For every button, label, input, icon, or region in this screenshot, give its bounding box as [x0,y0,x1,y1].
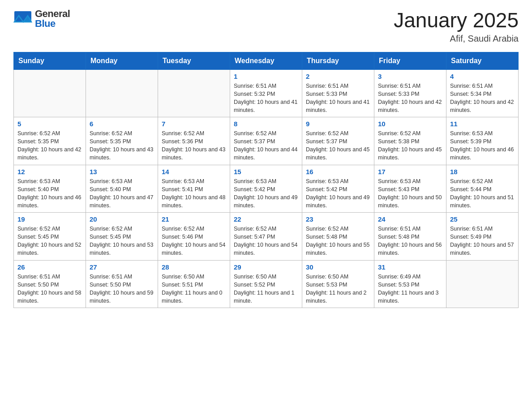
calendar-cell-w1-d7: 4Sunrise: 6:51 AMSunset: 5:34 PMDaylight… [446,69,519,117]
day-number: 3 [378,73,442,80]
day-number: 25 [450,215,515,223]
col-tuesday: Tuesday [158,52,230,69]
day-info: Sunrise: 6:52 AMSunset: 5:48 PMDaylight:… [306,225,370,257]
day-number: 30 [306,263,370,271]
calendar-cell-w2-d1: 5Sunrise: 6:52 AMSunset: 5:35 PMDaylight… [14,117,86,165]
calendar-cell-w4-d3: 21Sunrise: 6:52 AMSunset: 5:46 PMDayligh… [158,213,230,261]
calendar-cell-w4-d7: 25Sunrise: 6:51 AMSunset: 5:49 PMDayligh… [446,213,519,261]
calendar-cell-w1-d2 [86,69,158,117]
calendar-cell-w4-d4: 22Sunrise: 6:52 AMSunset: 5:47 PMDayligh… [230,213,302,261]
day-info: Sunrise: 6:53 AMSunset: 5:41 PMDaylight:… [162,177,226,210]
day-number: 24 [378,215,442,223]
day-info: Sunrise: 6:50 AMSunset: 5:51 PMDaylight:… [162,273,226,305]
calendar-cell-w3-d6: 17Sunrise: 6:53 AMSunset: 5:43 PMDayligh… [374,165,446,213]
col-monday: Monday [86,52,158,69]
day-info: Sunrise: 6:52 AMSunset: 5:47 PMDaylight:… [234,225,298,257]
calendar-week-5: 26Sunrise: 6:51 AMSunset: 5:50 PMDayligh… [14,260,519,308]
day-number: 13 [90,168,154,176]
day-number: 10 [378,120,442,128]
calendar-cell-w5-d1: 26Sunrise: 6:51 AMSunset: 5:50 PMDayligh… [14,260,86,308]
day-info: Sunrise: 6:53 AMSunset: 5:40 PMDaylight:… [90,177,154,210]
logo-text: General Blue [35,9,70,29]
calendar-week-4: 19Sunrise: 6:52 AMSunset: 5:45 PMDayligh… [14,213,519,261]
calendar-week-2: 5Sunrise: 6:52 AMSunset: 5:35 PMDaylight… [14,117,519,165]
day-number: 8 [234,120,298,128]
day-number: 6 [90,120,154,128]
calendar-cell-w5-d5: 30Sunrise: 6:50 AMSunset: 5:53 PMDayligh… [302,260,374,308]
day-number: 17 [378,168,442,176]
day-info: Sunrise: 6:51 AMSunset: 5:48 PMDaylight:… [378,225,442,257]
calendar-cell-w3-d3: 14Sunrise: 6:53 AMSunset: 5:41 PMDayligh… [158,165,230,213]
calendar-cell-w5-d7 [446,260,519,308]
day-number: 26 [17,263,82,271]
day-info: Sunrise: 6:53 AMSunset: 5:40 PMDaylight:… [17,177,82,210]
day-info: Sunrise: 6:51 AMSunset: 5:49 PMDaylight:… [450,225,515,257]
day-info: Sunrise: 6:53 AMSunset: 5:43 PMDaylight:… [378,177,442,210]
day-number: 11 [450,120,515,128]
calendar-table: Sunday Monday Tuesday Wednesday Thursday… [13,52,519,308]
page-header: General Blue January 2025 Afif, Saudi Ar… [13,9,519,44]
col-saturday: Saturday [446,52,519,69]
day-info: Sunrise: 6:53 AMSunset: 5:42 PMDaylight:… [306,177,370,210]
calendar-cell-w5-d6: 31Sunrise: 6:49 AMSunset: 5:53 PMDayligh… [374,260,446,308]
day-info: Sunrise: 6:52 AMSunset: 5:37 PMDaylight:… [306,129,370,162]
day-info: Sunrise: 6:51 AMSunset: 5:33 PMDaylight:… [306,82,370,115]
day-number: 19 [17,215,82,223]
calendar-week-1: 1Sunrise: 6:51 AMSunset: 5:32 PMDaylight… [14,69,519,117]
day-number: 4 [450,73,515,80]
calendar-cell-w5-d4: 29Sunrise: 6:50 AMSunset: 5:52 PMDayligh… [230,260,302,308]
day-info: Sunrise: 6:52 AMSunset: 5:35 PMDaylight:… [17,129,82,162]
day-number: 22 [234,215,298,223]
day-info: Sunrise: 6:52 AMSunset: 5:37 PMDaylight:… [234,129,298,162]
day-number: 18 [450,168,515,176]
calendar-cell-w5-d3: 28Sunrise: 6:50 AMSunset: 5:51 PMDayligh… [158,260,230,308]
day-number: 31 [378,263,442,271]
day-info: Sunrise: 6:52 AMSunset: 5:36 PMDaylight:… [162,129,226,162]
calendar-cell-w3-d4: 15Sunrise: 6:53 AMSunset: 5:42 PMDayligh… [230,165,302,213]
calendar-cell-w1-d5: 2Sunrise: 6:51 AMSunset: 5:33 PMDaylight… [302,69,374,117]
day-number: 5 [17,120,82,128]
day-number: 1 [234,73,298,80]
logo: General Blue [13,9,70,29]
title-area: January 2025 Afif, Saudi Arabia [394,9,519,44]
calendar-cell-w5-d2: 27Sunrise: 6:51 AMSunset: 5:50 PMDayligh… [86,260,158,308]
col-sunday: Sunday [14,52,86,69]
day-number: 21 [162,215,226,223]
day-info: Sunrise: 6:51 AMSunset: 5:34 PMDaylight:… [450,82,515,115]
calendar-cell-w3-d2: 13Sunrise: 6:53 AMSunset: 5:40 PMDayligh… [86,165,158,213]
day-number: 2 [306,73,370,80]
day-number: 12 [17,168,82,176]
day-info: Sunrise: 6:52 AMSunset: 5:38 PMDaylight:… [378,129,442,162]
calendar-title: January 2025 [394,9,519,32]
day-number: 15 [234,168,298,176]
day-number: 9 [306,120,370,128]
day-info: Sunrise: 6:50 AMSunset: 5:53 PMDaylight:… [306,273,370,305]
day-info: Sunrise: 6:51 AMSunset: 5:50 PMDaylight:… [17,273,82,305]
calendar-cell-w3-d7: 18Sunrise: 6:52 AMSunset: 5:44 PMDayligh… [446,165,519,213]
day-info: Sunrise: 6:52 AMSunset: 5:45 PMDaylight:… [90,225,154,257]
calendar-cell-w2-d6: 10Sunrise: 6:52 AMSunset: 5:38 PMDayligh… [374,117,446,165]
calendar-body: 1Sunrise: 6:51 AMSunset: 5:32 PMDaylight… [14,69,519,308]
calendar-header-row: Sunday Monday Tuesday Wednesday Thursday… [14,52,519,69]
calendar-week-3: 12Sunrise: 6:53 AMSunset: 5:40 PMDayligh… [14,165,519,213]
day-info: Sunrise: 6:53 AMSunset: 5:42 PMDaylight:… [234,177,298,210]
day-info: Sunrise: 6:51 AMSunset: 5:32 PMDaylight:… [234,82,298,115]
calendar-cell-w2-d5: 9Sunrise: 6:52 AMSunset: 5:37 PMDaylight… [302,117,374,165]
day-info: Sunrise: 6:52 AMSunset: 5:35 PMDaylight:… [90,129,154,162]
calendar-cell-w4-d2: 20Sunrise: 6:52 AMSunset: 5:45 PMDayligh… [86,213,158,261]
calendar-cell-w2-d3: 7Sunrise: 6:52 AMSunset: 5:36 PMDaylight… [158,117,230,165]
day-info: Sunrise: 6:53 AMSunset: 5:39 PMDaylight:… [450,129,515,162]
day-info: Sunrise: 6:52 AMSunset: 5:46 PMDaylight:… [162,225,226,257]
calendar-cell-w2-d4: 8Sunrise: 6:52 AMSunset: 5:37 PMDaylight… [230,117,302,165]
day-number: 28 [162,263,226,271]
calendar-cell-w1-d6: 3Sunrise: 6:51 AMSunset: 5:33 PMDaylight… [374,69,446,117]
day-number: 7 [162,120,226,128]
day-number: 27 [90,263,154,271]
day-number: 16 [306,168,370,176]
logo-general: General [35,9,70,19]
col-wednesday: Wednesday [230,52,302,69]
logo-blue: Blue [35,19,70,29]
calendar-cell-w3-d5: 16Sunrise: 6:53 AMSunset: 5:42 PMDayligh… [302,165,374,213]
calendar-subtitle: Afif, Saudi Arabia [394,34,519,44]
calendar-cell-w4-d1: 19Sunrise: 6:52 AMSunset: 5:45 PMDayligh… [14,213,86,261]
